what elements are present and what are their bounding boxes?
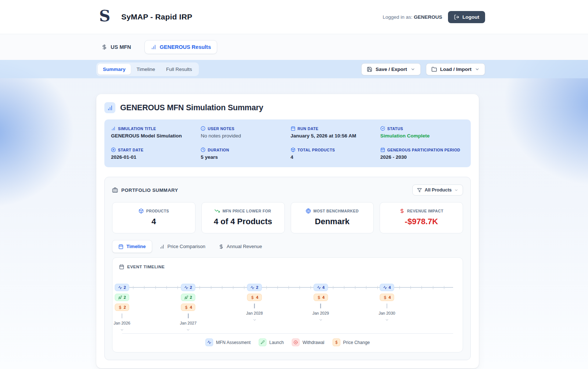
logged-in-label: Logged in as:: [383, 14, 412, 20]
event-timeline-card: EVENT TIMELINE 2 2 2 Jan 2026: [112, 257, 463, 352]
price-change-badge[interactable]: 4: [313, 294, 328, 301]
view-tab-timeline[interactable]: Timeline: [112, 240, 152, 253]
timeline-event: 2 2 2 Jan 2026: [114, 284, 130, 332]
dollar-icon: [118, 305, 122, 309]
chevron-down-icon[interactable]: [186, 328, 190, 332]
brand: S SyMAP - Rapid IRP: [96, 8, 192, 25]
clock-icon: [201, 147, 205, 152]
field-run-date: RUN DATE January 5, 2026 at 10:56 AM: [291, 126, 374, 139]
calendar-range-icon: [380, 147, 385, 152]
chevron-down-icon[interactable]: [120, 328, 124, 332]
mfn-assessment-badge[interactable]: 2: [247, 284, 262, 291]
event-date-label: Jan 2030: [379, 311, 395, 315]
page-title: GENEROUS MFN Simulation Summary: [120, 103, 263, 112]
simulation-info-panel: SIMULATION TITLE GENEROUS Model Simulati…: [104, 119, 471, 167]
timeline-event: 4 4 Jan 2030: [379, 284, 395, 322]
results-subnav: Summary Timeline Full Results Save / Exp…: [0, 60, 588, 78]
chevron-down-icon[interactable]: [385, 318, 389, 322]
save-icon: [367, 67, 372, 72]
subtab-full-results[interactable]: Full Results: [161, 64, 197, 75]
activity-icon: [118, 286, 122, 290]
activity-icon: [383, 286, 387, 290]
event-connector: [320, 304, 321, 308]
portfolio-view-tabs: Timeline Price Comparison Annual Revenue: [112, 240, 463, 253]
bar-chart-icon: [151, 44, 157, 50]
primary-nav: US MFN GENEROUS Results: [0, 34, 588, 60]
dollar-icon: [383, 295, 387, 300]
timeline-body: 2 2 2 Jan 2026 2 2 4: [119, 277, 456, 333]
field-simulation-title: SIMULATION TITLE GENEROUS Model Simulati…: [111, 126, 195, 139]
dollar-icon: [184, 305, 189, 309]
load-import-button[interactable]: Load / Import: [426, 63, 485, 75]
legend-mfn-assessment: MFN Assessment: [205, 338, 251, 346]
activity-icon: [184, 286, 189, 290]
stat-revenue-impact: REVENUE IMPACT -$978.7K: [380, 202, 463, 233]
price-change-badge[interactable]: 4: [380, 294, 394, 301]
chevron-down-icon: [410, 67, 415, 72]
field-user-notes: USER NOTES No notes provided: [201, 126, 284, 139]
activity-icon: [317, 286, 321, 290]
event-date-label: Jan 2029: [312, 311, 329, 315]
tab-generous-results[interactable]: GENEROUS Results: [144, 40, 217, 54]
timeline-legend: MFN Assessment Launch Withdrawal Price C…: [119, 338, 456, 346]
chevron-down-icon[interactable]: [319, 318, 323, 322]
portfolio-summary-panel: PORTFOLIO SUMMARY All Products PRODUCTS …: [104, 177, 471, 360]
launch-badge[interactable]: 2: [115, 294, 129, 301]
product-filter-dropdown[interactable]: All Products: [412, 184, 463, 196]
price-change-badge[interactable]: 4: [181, 304, 196, 311]
event-connector: [387, 304, 387, 308]
event-date-label: Jan 2026: [114, 321, 130, 325]
save-export-button[interactable]: Save / Export: [361, 63, 421, 75]
status-badge: Simulation Complete: [380, 133, 464, 139]
simulation-summary-card: GENEROUS MFN Simulation Summary SIMULATI…: [96, 94, 479, 368]
dollar-icon: [317, 295, 321, 300]
mfn-assessment-badge[interactable]: 4: [313, 284, 328, 291]
field-status: STATUS Simulation Complete: [380, 126, 464, 139]
logged-in-username: GENEROUS: [414, 14, 442, 20]
event-timeline-title: EVENT TIMELINE: [127, 265, 165, 269]
package-icon: [291, 147, 295, 152]
chevron-down-icon[interactable]: [252, 318, 257, 322]
view-tab-annual-revenue[interactable]: Annual Revenue: [213, 240, 268, 252]
activity-icon: [251, 286, 255, 290]
activity-icon: [205, 338, 213, 346]
price-change-badge[interactable]: 4: [247, 294, 262, 301]
results-view-switcher: Summary Timeline Full Results: [96, 62, 199, 76]
stat-mfn-price-lower: MFN PRICE LOWER FOR 4 of 4 Products: [201, 202, 285, 233]
mfn-assessment-badge[interactable]: 2: [115, 284, 129, 291]
app-header: S SyMAP - Rapid IRP Logged in as: GENERO…: [0, 0, 588, 34]
event-date-label: Jan 2027: [180, 321, 197, 325]
play-circle-icon: [111, 147, 116, 152]
calendar-icon: [118, 244, 123, 249]
bar-chart-icon: [111, 126, 116, 131]
chevron-down-icon: [454, 188, 458, 192]
launch-badge[interactable]: 2: [181, 294, 196, 301]
event-connector: [188, 314, 189, 318]
event-connector: [254, 304, 255, 308]
circle-x-icon: [292, 338, 300, 346]
tab-us-mfn[interactable]: US MFN: [96, 40, 136, 54]
globe-icon: [306, 208, 311, 214]
app-title: SyMAP - Rapid IRP: [121, 12, 192, 21]
mfn-assessment-badge[interactable]: 2: [181, 284, 196, 291]
timeline-event: 4 4 Jan 2029: [312, 284, 329, 322]
portfolio-summary-title: PORTFOLIO SUMMARY: [121, 187, 178, 193]
dollar-icon: [219, 244, 224, 249]
logout-button[interactable]: Logout: [448, 11, 485, 23]
subtab-summary[interactable]: Summary: [98, 64, 131, 75]
briefcase-icon: [112, 187, 118, 193]
mfn-assessment-badge[interactable]: 4: [380, 284, 394, 291]
view-tab-price-comparison[interactable]: Price Comparison: [154, 240, 211, 252]
rocket-icon: [259, 338, 266, 346]
logout-icon: [454, 14, 459, 20]
event-connector: [122, 314, 122, 318]
legend-launch: Launch: [259, 338, 284, 346]
event-date-label: Jan 2028: [246, 311, 263, 315]
dollar-icon: [333, 338, 340, 346]
price-change-badge[interactable]: 2: [115, 304, 129, 311]
rocket-icon: [184, 295, 189, 300]
subtab-timeline[interactable]: Timeline: [132, 64, 161, 75]
package-icon: [139, 208, 144, 214]
filter-icon: [417, 188, 422, 193]
legend-price-change: Price Change: [333, 338, 370, 346]
